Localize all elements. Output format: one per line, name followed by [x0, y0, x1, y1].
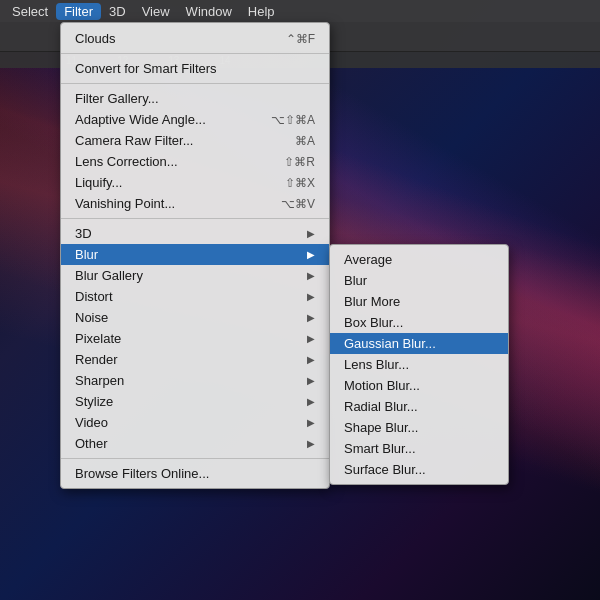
- menu-item-render[interactable]: Render ▶: [61, 349, 329, 370]
- submenu-item-motion-blur[interactable]: Motion Blur...: [330, 375, 508, 396]
- submenu-item-average[interactable]: Average: [330, 249, 508, 270]
- blur-only-label: Blur: [344, 273, 367, 288]
- blur-more-label: Blur More: [344, 294, 400, 309]
- camera-raw-shortcut: ⌘A: [295, 134, 315, 148]
- menu-item-video[interactable]: Video ▶: [61, 412, 329, 433]
- menubar-item-help[interactable]: Help: [240, 3, 283, 20]
- menu-item-browse-filters[interactable]: Browse Filters Online...: [61, 463, 329, 484]
- separator-3: [61, 218, 329, 219]
- gaussian-blur-label: Gaussian Blur...: [344, 336, 436, 351]
- menubar: Select Filter 3D View Window Help: [0, 0, 600, 22]
- other-label: Other: [75, 436, 108, 451]
- submenu-item-shape-blur[interactable]: Shape Blur...: [330, 417, 508, 438]
- smart-blur-label: Smart Blur...: [344, 441, 416, 456]
- submenu-item-surface-blur[interactable]: Surface Blur...: [330, 459, 508, 480]
- menu-item-blur[interactable]: Blur ▶: [61, 244, 329, 265]
- menubar-item-view[interactable]: View: [134, 3, 178, 20]
- render-label: Render: [75, 352, 118, 367]
- 3d-arrow-icon: ▶: [307, 228, 315, 239]
- blur-gallery-arrow-icon: ▶: [307, 270, 315, 281]
- menubar-item-window[interactable]: Window: [178, 3, 240, 20]
- motion-blur-label: Motion Blur...: [344, 378, 420, 393]
- menu-item-stylize[interactable]: Stylize ▶: [61, 391, 329, 412]
- menubar-item-3d[interactable]: 3D: [101, 3, 134, 20]
- pixelate-arrow-icon: ▶: [307, 333, 315, 344]
- shape-blur-label: Shape Blur...: [344, 420, 418, 435]
- dropdown-container: Clouds ⌃⌘F Convert for Smart Filters Fil…: [60, 22, 509, 489]
- sharpen-arrow-icon: ▶: [307, 375, 315, 386]
- separator-1: [61, 53, 329, 54]
- camera-raw-label: Camera Raw Filter...: [75, 133, 193, 148]
- submenu-item-radial-blur[interactable]: Radial Blur...: [330, 396, 508, 417]
- browse-filters-label: Browse Filters Online...: [75, 466, 209, 481]
- clouds-label: Clouds: [75, 31, 115, 46]
- vanishing-point-label: Vanishing Point...: [75, 196, 175, 211]
- distort-label: Distort: [75, 289, 113, 304]
- menu-item-sharpen[interactable]: Sharpen ▶: [61, 370, 329, 391]
- submenu-item-lens-blur[interactable]: Lens Blur...: [330, 354, 508, 375]
- menu-item-noise[interactable]: Noise ▶: [61, 307, 329, 328]
- video-label: Video: [75, 415, 108, 430]
- separator-2: [61, 83, 329, 84]
- separator-4: [61, 458, 329, 459]
- menu-item-lens-correction[interactable]: Lens Correction... ⇧⌘R: [61, 151, 329, 172]
- blur-label: Blur: [75, 247, 98, 262]
- menu-item-pixelate[interactable]: Pixelate ▶: [61, 328, 329, 349]
- menu-item-blur-gallery[interactable]: Blur Gallery ▶: [61, 265, 329, 286]
- menubar-item-select[interactable]: Select: [4, 3, 56, 20]
- liquify-shortcut: ⇧⌘X: [285, 176, 315, 190]
- submenu-item-blur-more[interactable]: Blur More: [330, 291, 508, 312]
- video-arrow-icon: ▶: [307, 417, 315, 428]
- 3d-label: 3D: [75, 226, 92, 241]
- box-blur-label: Box Blur...: [344, 315, 403, 330]
- menu-item-distort[interactable]: Distort ▶: [61, 286, 329, 307]
- adaptive-wide-angle-label: Adaptive Wide Angle...: [75, 112, 206, 127]
- clouds-shortcut: ⌃⌘F: [286, 32, 315, 46]
- pixelate-label: Pixelate: [75, 331, 121, 346]
- menu-item-liquify[interactable]: Liquify... ⇧⌘X: [61, 172, 329, 193]
- adaptive-shortcut: ⌥⇧⌘A: [271, 113, 315, 127]
- menu-item-filter-gallery[interactable]: Filter Gallery...: [61, 88, 329, 109]
- smart-filters-label: Convert for Smart Filters: [75, 61, 217, 76]
- other-arrow-icon: ▶: [307, 438, 315, 449]
- blur-submenu: Average Blur Blur More Box Blur... Gauss…: [329, 244, 509, 485]
- vanishing-point-shortcut: ⌥⌘V: [281, 197, 315, 211]
- filter-gallery-label: Filter Gallery...: [75, 91, 159, 106]
- render-arrow-icon: ▶: [307, 354, 315, 365]
- filter-menu: Clouds ⌃⌘F Convert for Smart Filters Fil…: [60, 22, 330, 489]
- menu-item-clouds[interactable]: Clouds ⌃⌘F: [61, 27, 329, 49]
- menu-item-camera-raw[interactable]: Camera Raw Filter... ⌘A: [61, 130, 329, 151]
- average-label: Average: [344, 252, 392, 267]
- submenu-item-gaussian-blur[interactable]: Gaussian Blur...: [330, 333, 508, 354]
- noise-label: Noise: [75, 310, 108, 325]
- radial-blur-label: Radial Blur...: [344, 399, 418, 414]
- menu-item-adaptive-wide-angle[interactable]: Adaptive Wide Angle... ⌥⇧⌘A: [61, 109, 329, 130]
- menubar-item-filter[interactable]: Filter: [56, 3, 101, 20]
- lens-blur-label: Lens Blur...: [344, 357, 409, 372]
- stylize-label: Stylize: [75, 394, 113, 409]
- submenu-item-box-blur[interactable]: Box Blur...: [330, 312, 508, 333]
- blur-arrow-icon: ▶: [307, 249, 315, 260]
- submenu-item-smart-blur[interactable]: Smart Blur...: [330, 438, 508, 459]
- menu-item-3d[interactable]: 3D ▶: [61, 223, 329, 244]
- blur-gallery-label: Blur Gallery: [75, 268, 143, 283]
- noise-arrow-icon: ▶: [307, 312, 315, 323]
- surface-blur-label: Surface Blur...: [344, 462, 426, 477]
- menu-item-other[interactable]: Other ▶: [61, 433, 329, 454]
- lens-correction-label: Lens Correction...: [75, 154, 178, 169]
- liquify-label: Liquify...: [75, 175, 122, 190]
- distort-arrow-icon: ▶: [307, 291, 315, 302]
- stylize-arrow-icon: ▶: [307, 396, 315, 407]
- menu-item-vanishing-point[interactable]: Vanishing Point... ⌥⌘V: [61, 193, 329, 214]
- submenu-item-blur[interactable]: Blur: [330, 270, 508, 291]
- lens-correction-shortcut: ⇧⌘R: [284, 155, 315, 169]
- menu-item-smart-filters[interactable]: Convert for Smart Filters: [61, 58, 329, 79]
- sharpen-label: Sharpen: [75, 373, 124, 388]
